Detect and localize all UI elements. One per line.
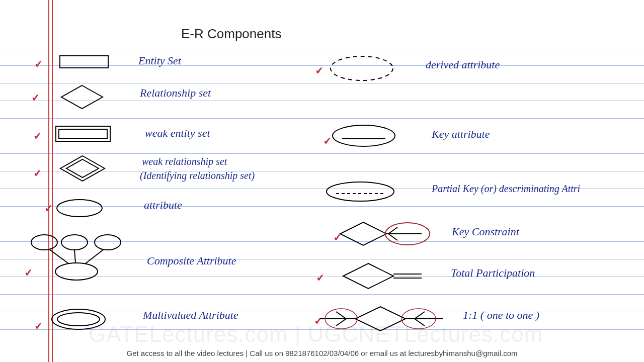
check-icon: ✔: [34, 319, 43, 332]
key-constraint-label: Key Constraint: [452, 225, 519, 238]
svg-point-7: [31, 235, 57, 250]
weak-relationship-set-sublabel: (Identifying relationship set): [140, 170, 255, 182]
svg-line-13: [86, 249, 104, 263]
one-to-one-label: 1:1 ( one to one ): [463, 309, 539, 322]
entity-set-symbol: [59, 55, 110, 69]
svg-point-17: [333, 125, 395, 146]
svg-rect-2: [56, 126, 110, 141]
rule-line: [0, 83, 644, 83]
margin-line: [48, 0, 49, 362]
key-constraint-symbol: [338, 220, 434, 247]
total-participation-symbol: [341, 261, 424, 291]
weak-entity-set-symbol: [55, 126, 112, 143]
svg-point-10: [55, 263, 98, 280]
svg-point-9: [95, 235, 121, 250]
svg-point-19: [327, 182, 394, 201]
rule-line: [0, 118, 644, 119]
svg-rect-3: [59, 129, 107, 138]
composite-attribute-symbol: [29, 232, 130, 283]
rule-line: [0, 48, 644, 48]
svg-line-11: [49, 249, 68, 263]
partial-key-symbol: [324, 180, 396, 203]
check-icon: ✔: [44, 202, 53, 214]
relationship-set-label: Relationship set: [140, 86, 211, 100]
multivalued-attribute-label: Multivalued Attribute: [143, 309, 238, 322]
total-participation-label: Total Participation: [451, 266, 535, 280]
composite-attribute-label: Composite Attribute: [147, 254, 236, 267]
relationship-set-symbol: [59, 84, 105, 110]
derived-attribute-label: derived attribute: [426, 58, 500, 71]
derived-attribute-symbol: [328, 54, 395, 82]
check-icon: ✔: [34, 57, 43, 70]
entity-set-label: Entity Set: [138, 54, 181, 67]
weak-relationship-set-symbol: [58, 155, 107, 182]
weak-relationship-set-label: weak relationship set: [142, 156, 227, 167]
svg-rect-0: [60, 56, 108, 68]
check-icon: ✔: [33, 166, 42, 179]
svg-marker-1: [61, 85, 103, 109]
watermark: GATELectures.com | UGCNETLectures.com: [89, 322, 543, 347]
weak-entity-set-label: weak entity set: [145, 127, 210, 140]
check-icon: ✔: [33, 129, 42, 142]
svg-point-16: [331, 56, 393, 80]
partial-key-label: Partial Key (or) descriminating Attri: [432, 183, 580, 195]
footer-text: Get access to all the video lectures | C…: [0, 349, 644, 357]
svg-marker-21: [340, 222, 386, 245]
key-attribute-label: Key attribute: [432, 128, 490, 141]
svg-point-6: [57, 200, 102, 217]
check-icon: ✔: [315, 271, 325, 284]
svg-line-12: [74, 250, 75, 263]
attribute-label: attribute: [144, 199, 182, 212]
rule-line: [0, 153, 644, 154]
check-icon: ✔: [31, 91, 40, 104]
svg-point-8: [61, 235, 88, 250]
notebook-page: E-R Components ✔ Entity Set ✔ Relationsh…: [0, 0, 644, 362]
page-title: E-R Components: [181, 26, 281, 42]
svg-marker-24: [343, 263, 393, 289]
key-attribute-symbol: [330, 124, 397, 148]
rule-line: [0, 224, 644, 224]
check-icon: ✔: [314, 64, 324, 76]
attribute-symbol: [55, 198, 104, 218]
rule-line: [0, 294, 644, 295]
